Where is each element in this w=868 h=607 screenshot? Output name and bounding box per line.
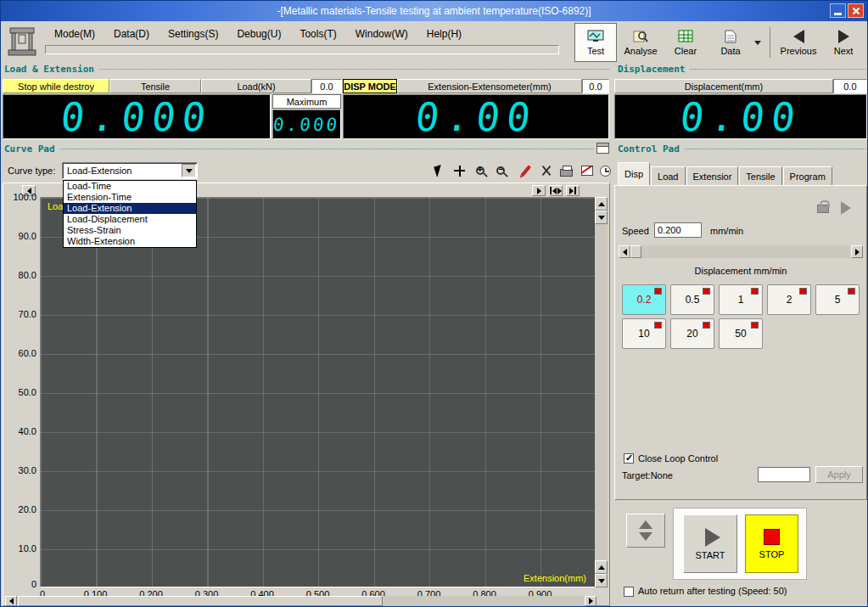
tab-tensile[interactable]: Tensile [739, 166, 781, 185]
dropdown-option[interactable]: Width-Extension [64, 236, 196, 247]
displacement-panel-header: Displacement [618, 64, 865, 75]
speed-input[interactable] [654, 222, 702, 238]
speed-button-2[interactable]: 2 [767, 284, 811, 315]
vertical-scrollbar[interactable] [595, 197, 608, 587]
menu-help[interactable]: Help(H) [417, 26, 471, 42]
y-tick-label: 40.0 [3, 426, 36, 436]
apply-button[interactable]: Apply [815, 466, 863, 483]
combobox-dropdown-button[interactable] [182, 164, 196, 177]
speed-button-5[interactable]: 5 [815, 284, 860, 315]
stop-square-icon [764, 529, 780, 545]
test-mode-cell[interactable]: Tensile [109, 79, 201, 93]
next-button[interactable]: Next [822, 23, 865, 62]
menu-debug[interactable]: Debug(U) [227, 26, 290, 42]
new-window-icon[interactable] [596, 143, 609, 154]
extension-channel-label: Extension-Extensometer(mm) [397, 79, 582, 93]
extension-lcd-display: 0.00 [343, 94, 609, 139]
disp-mode-cell[interactable]: DISP MODE [343, 79, 397, 93]
menu-mode[interactable]: Mode(M) [45, 26, 104, 42]
y-tick-label: 10.0 [3, 543, 36, 554]
target-input[interactable] [758, 467, 810, 482]
speed-slider[interactable] [619, 245, 863, 258]
slider-right-button[interactable] [851, 245, 863, 258]
app-icon [7, 25, 37, 57]
zoom-in-button[interactable] [471, 162, 489, 179]
print-button[interactable] [557, 162, 575, 179]
pen-tool-button[interactable] [517, 162, 535, 179]
data-button-group: Data [709, 23, 763, 62]
speed-button-20[interactable]: 20 [670, 318, 714, 349]
cut-tool-button[interactable] [537, 162, 555, 179]
menu-bar: Mode(M) Data(D) Settings(S) Debug(U) Too… [45, 26, 471, 42]
speed-button-0.5[interactable]: 0.5 [670, 284, 714, 315]
minimize-button[interactable] [830, 3, 846, 18]
speed-button-0.2[interactable]: 0.2 [622, 284, 666, 315]
slider-left-button[interactable] [619, 245, 630, 258]
test-button[interactable]: Test [574, 23, 617, 62]
play-icon[interactable] [841, 201, 851, 215]
dropdown-option[interactable]: Extension-Time [64, 192, 196, 203]
scroll-right-button[interactable] [585, 596, 596, 606]
close-loop-checkbox[interactable] [624, 453, 634, 464]
app-window: -[Metallic materials-Tensile testing at … [0, 0, 868, 607]
speed-section-label: Displacement mm/min [615, 266, 866, 276]
curve-type-combobox[interactable]: Load-Extension [62, 162, 198, 179]
speed-button-10[interactable]: 10 [622, 318, 666, 349]
y-tick-label: 90.0 [3, 231, 36, 241]
tab-program[interactable]: Program [783, 166, 832, 185]
fit-width-button[interactable] [549, 185, 563, 196]
dropdown-option-selected[interactable]: Load-Extension [64, 203, 196, 214]
y-tick-label: 50.0 [3, 387, 36, 397]
previous-button[interactable]: Previous [777, 23, 820, 62]
analyse-button[interactable]: Analyse [619, 23, 662, 62]
dropdown-option[interactable]: Load-Time [64, 181, 196, 192]
speed-button-1[interactable]: 1 [719, 284, 763, 315]
menu-tools[interactable]: Tools(T) [290, 26, 345, 42]
x-axis-title: Extension(mm) [524, 573, 586, 583]
scroll-left-button[interactable] [5, 596, 17, 606]
menu-window[interactable]: Window(W) [346, 26, 417, 42]
clear-button[interactable]: Clear [664, 23, 707, 62]
tab-disp[interactable]: Disp [618, 162, 650, 185]
scale-down-button[interactable] [595, 574, 608, 587]
tab-load[interactable]: Load [651, 166, 685, 185]
chart-view-button[interactable] [578, 162, 596, 179]
crosshair-tool-button[interactable] [451, 162, 468, 179]
menu-data[interactable]: Data(D) [104, 26, 159, 42]
data-dropdown-button[interactable] [752, 23, 763, 62]
dropdown-option[interactable]: Stress-Strain [64, 225, 196, 236]
data-button[interactable]: Data [709, 23, 752, 62]
y-tick-label: 0 [3, 579, 36, 589]
title-bar[interactable]: -[Metallic materials-Tensile testing at … [1, 1, 867, 21]
auto-return-checkbox[interactable] [624, 587, 634, 597]
close-button[interactable] [848, 3, 864, 18]
load-lcd-display: 0.000 [3, 94, 271, 139]
start-button[interactable]: START [683, 514, 737, 573]
pen-icon [520, 165, 530, 176]
speed-button-50[interactable]: 50 [719, 318, 763, 349]
horizontal-scrollbar[interactable] [5, 596, 596, 606]
dropdown-option[interactable]: Load-Displacement [64, 214, 196, 225]
horizontal-scroll-thumb[interactable] [18, 596, 383, 606]
scroll-down-button[interactable] [595, 211, 608, 224]
menu-settings[interactable]: Settings(S) [159, 26, 227, 42]
load-channel-label: Load(kN) [201, 79, 311, 93]
scroll-up-button[interactable] [595, 197, 608, 211]
pointer-tool-button[interactable] [430, 162, 448, 179]
displacement-channel-label: Displacement(mm) [614, 79, 833, 93]
toolbar-separator [770, 27, 770, 58]
lock-icon[interactable] [817, 205, 829, 213]
history-button[interactable] [596, 162, 614, 179]
zoom-out-button[interactable] [491, 162, 509, 179]
go-end-button[interactable] [566, 185, 580, 196]
crosshair-icon [454, 166, 465, 177]
stop-while-destroy-cell[interactable]: Stop while destroy [3, 79, 109, 93]
slider-thumb[interactable] [630, 245, 641, 258]
y-tick-label: 80.0 [3, 270, 36, 280]
stop-button[interactable]: STOP [745, 514, 798, 573]
pan-right-button[interactable] [532, 185, 546, 196]
tab-extension[interactable]: Extensior [686, 166, 739, 185]
scale-up-button[interactable] [595, 560, 608, 574]
jog-up-down-button[interactable] [626, 514, 665, 548]
printer-icon [560, 169, 573, 177]
